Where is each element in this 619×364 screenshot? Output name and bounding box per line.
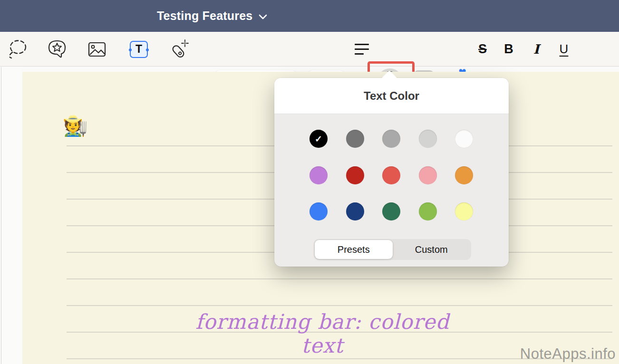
title-chevron-down-icon[interactable]	[259, 12, 267, 20]
title-bar: Testing Features	[0, 0, 619, 32]
color-swatch-red[interactable]	[382, 166, 400, 184]
image-icon	[86, 38, 108, 61]
window-edge-line	[1, 67, 1, 364]
color-swatch-orange[interactable]	[455, 166, 473, 184]
ruled-line	[67, 278, 612, 279]
color-swatch-green[interactable]	[382, 202, 400, 220]
farmer-emoji[interactable]: 🧑‍🌾	[63, 116, 87, 136]
popover-header: Text Color	[274, 78, 509, 114]
note-title[interactable]: Testing Features	[157, 9, 252, 23]
lasso-icon	[6, 38, 29, 61]
color-swatch-grid: ✓	[310, 130, 473, 220]
text-tool-glyph: T	[135, 43, 142, 56]
lasso-tool-button[interactable]	[6, 32, 29, 67]
align-left-icon-line	[355, 48, 369, 50]
bold-button[interactable]: B	[499, 32, 518, 67]
align-left-icon	[355, 44, 369, 45]
formatting-toolbar: T HelveticaNeue 24	[0, 32, 619, 67]
stickers-tool-button[interactable]	[46, 32, 68, 67]
sticker-icon	[46, 38, 68, 61]
color-swatch-white[interactable]	[455, 130, 473, 148]
tab-presets[interactable]: Presets	[315, 240, 393, 259]
laser-pointer-tool-button[interactable]	[166, 32, 190, 67]
color-swatch-blue[interactable]	[310, 202, 328, 220]
color-swatch-yellow[interactable]	[455, 202, 473, 220]
page-margin	[0, 67, 22, 364]
color-swatch-black[interactable]: ✓	[310, 130, 328, 148]
text-align-button[interactable]	[355, 32, 369, 67]
align-left-icon-line	[355, 53, 364, 55]
popover-title: Text Color	[364, 89, 419, 103]
watermark-text: NoteApps.info	[520, 345, 616, 363]
image-tool-button[interactable]	[86, 32, 108, 67]
color-swatch-light-green[interactable]	[419, 202, 437, 220]
color-swatch-dark-red[interactable]	[346, 166, 364, 184]
color-swatch-navy[interactable]	[346, 202, 364, 220]
color-swatch-dark-gray[interactable]	[346, 130, 364, 148]
color-swatch-pink[interactable]	[419, 166, 437, 184]
color-swatch-orchid[interactable]	[310, 166, 328, 184]
laser-pointer-icon	[166, 38, 190, 61]
color-swatch-gray[interactable]	[382, 130, 400, 148]
text-color-popover: Text Color ✓ PresetsCustom	[274, 78, 509, 267]
tab-custom[interactable]: Custom	[393, 240, 471, 259]
handwritten-text[interactable]: formatting bar: colored text	[194, 310, 451, 357]
strikethrough-button[interactable]: S	[473, 32, 492, 67]
underline-button[interactable]: U	[554, 32, 573, 67]
ruled-line	[67, 305, 612, 306]
text-tool-button[interactable]: T	[127, 32, 150, 67]
color-swatch-light-gray[interactable]	[419, 130, 437, 148]
selection-handle-left	[129, 48, 132, 51]
text-tool-icon: T	[130, 41, 148, 58]
italic-button[interactable]: I	[527, 32, 546, 67]
presets-custom-segmented-control: PresetsCustom	[314, 239, 471, 260]
selection-handle-right	[146, 48, 149, 51]
